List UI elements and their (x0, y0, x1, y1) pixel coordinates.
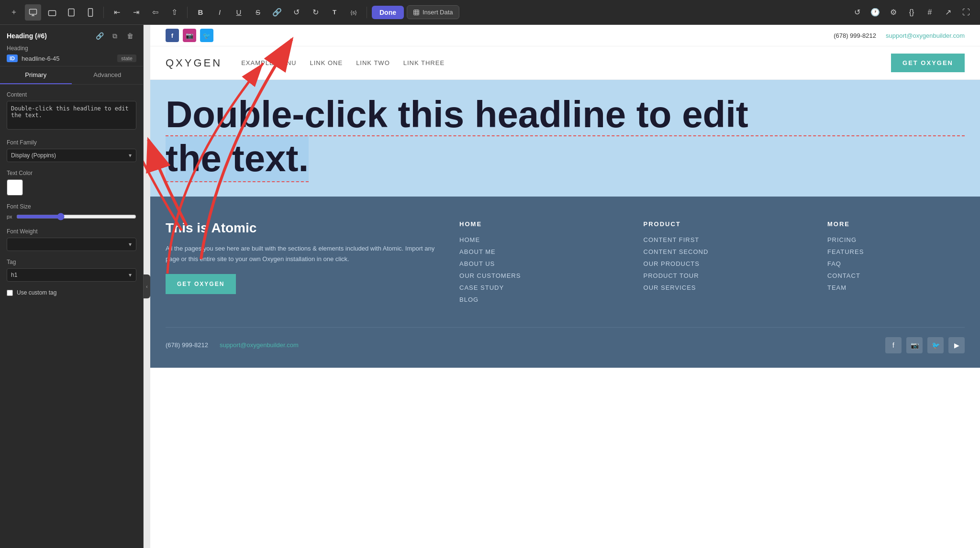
font-weight-group: Font Weight (7, 228, 136, 251)
text-color-label: Text Color (7, 170, 136, 176)
toolbar-right: ↺ 🕐 ⚙ {} # ↗ ⛶ (849, 4, 974, 21)
footer-link-blog[interactable]: BLOG (459, 296, 624, 303)
footer-col-home: HOME HOME ABOUT ME ABOUT US OUR CUSTOMER… (459, 220, 624, 308)
text-color-swatch[interactable] (7, 179, 23, 196)
footer-facebook-icon[interactable]: f (885, 337, 902, 353)
id-value: headline-6-45 (22, 55, 60, 62)
footer-col2-title: PRODUCT (644, 220, 808, 228)
code-view-button[interactable]: {} (903, 4, 920, 21)
nav-link-three[interactable]: LINK THREE (403, 59, 445, 66)
footer-top: This is Atomic All the pages you see her… (166, 220, 965, 308)
nav-link-one[interactable]: LINK ONE (310, 59, 343, 66)
footer-cta-button[interactable]: GET OXYGEN (166, 274, 236, 294)
content-textarea[interactable]: Double-click this headline to edit the t… (7, 101, 136, 130)
twitter-icon[interactable]: 🐦 (200, 29, 213, 42)
font-size-group: Font Size px (7, 203, 136, 220)
strikethrough-button[interactable]: S (250, 4, 266, 21)
italic-button[interactable]: I (212, 4, 228, 21)
left-panel: Heading (#6) 🔗 ⧉ 🗑 Heading ID headline-6… (0, 25, 144, 548)
align-justify-button[interactable]: ⇧ (166, 4, 182, 21)
export-button[interactable]: ↗ (940, 4, 956, 21)
settings-button[interactable]: ⚙ (885, 4, 902, 21)
tablet-landscape-button[interactable] (44, 4, 60, 21)
panel-title: Heading (#6) (7, 32, 47, 40)
footer-col-brand: This is Atomic All the pages you see her… (166, 220, 440, 308)
tab-advanced[interactable]: Advanced (72, 66, 144, 84)
copy-icon-btn[interactable]: ⧉ (109, 30, 121, 42)
done-button[interactable]: Done (372, 6, 404, 19)
svg-rect-4 (414, 10, 419, 15)
code-button[interactable]: {s} (345, 4, 362, 21)
align-right-button[interactable]: ⇦ (147, 4, 163, 21)
main-headline[interactable]: Double-click this headline to edit the t… (166, 94, 965, 182)
nav-cta-button[interactable]: GET OXYGEN (891, 54, 965, 72)
state-button[interactable]: state (117, 55, 136, 62)
insert-data-button[interactable]: Insert Data (407, 5, 459, 19)
footer-link-pricing[interactable]: PRICING (827, 236, 965, 243)
font-weight-select[interactable] (7, 238, 136, 251)
footer-youtube-icon[interactable]: ▶ (948, 337, 965, 353)
bold-button[interactable]: B (192, 4, 209, 21)
font-family-select[interactable]: Display (Poppins) (7, 149, 136, 162)
desktop-view-button[interactable] (25, 4, 41, 21)
footer-link-customers[interactable]: OUR CUSTOMERS (459, 272, 624, 279)
add-button[interactable]: ＋ (6, 4, 22, 21)
underline-button[interactable]: U (231, 4, 247, 21)
clock-button[interactable]: 🕐 (867, 4, 883, 21)
id-badge: ID (7, 55, 18, 62)
nav-link-example[interactable]: EXAMPLE MENU (241, 59, 296, 66)
footer-link-about-me[interactable]: ABOUT ME (459, 248, 624, 255)
collapse-handle[interactable]: ‹ (144, 274, 150, 298)
link-button[interactable]: 🔗 (269, 4, 285, 21)
footer-link-our-services[interactable]: OUR SERVICES (644, 284, 808, 291)
footer-social: f 📷 🐦 ▶ (885, 337, 965, 353)
toolbar: ＋ ⇤ ⇥ ⇦ ⇧ B I U S 🔗 ↺ ↻ T {s} Done Inser… (0, 0, 980, 25)
topbar-phone: (678) 999-8212 (834, 32, 876, 39)
site-topbar: f 📷 🐦 (678) 999-8212 support@oxygenbuild… (150, 25, 980, 46)
topbar-contact: (678) 999-8212 support@oxygenbuilder.com (834, 32, 965, 39)
font-size-slider[interactable] (16, 213, 136, 220)
link-icon-btn[interactable]: 🔗 (93, 30, 106, 42)
nav-link-two[interactable]: LINK TWO (356, 59, 390, 66)
canvas-area: ‹ f 📷 🐦 (678) 999-8212 support@oxygenbui… (144, 25, 980, 548)
font-size-label: Font Size (7, 203, 136, 210)
panel-content: Content Double-click this headline to ed… (0, 85, 143, 548)
align-left-button[interactable]: ⇤ (109, 4, 125, 21)
insert-data-label: Insert Data (423, 9, 453, 16)
footer-link-features[interactable]: FEATURES (827, 248, 965, 255)
delete-icon-btn[interactable]: 🗑 (124, 30, 136, 42)
align-center-button[interactable]: ⇥ (128, 4, 144, 21)
grid-button[interactable]: # (922, 4, 938, 21)
footer-link-our-products[interactable]: OUR PRODUCTS (644, 260, 808, 267)
footer-link-product-tour[interactable]: PRODUCT TOUR (644, 272, 808, 279)
site-logo: QXYGEN (166, 57, 222, 69)
site-nav: QXYGEN EXAMPLE MENU LINK ONE LINK TWO LI… (150, 46, 980, 80)
redo-button[interactable]: ↻ (307, 4, 323, 21)
footer-bottom-contact: (678) 999-8212 support@oxygenbuilder.com (166, 341, 299, 349)
footer-link-about-us[interactable]: ABOUT US (459, 260, 624, 267)
footer-link-faq[interactable]: FAQ (827, 260, 965, 267)
footer-twitter-icon[interactable]: 🐦 (927, 337, 944, 353)
footer-link-content-second[interactable]: CONTENT SECOND (644, 248, 808, 255)
expand-button[interactable]: ⛶ (958, 4, 974, 21)
history-button[interactable]: ↺ (849, 4, 865, 21)
footer-link-home[interactable]: HOME (459, 236, 624, 243)
mobile-button[interactable] (82, 4, 99, 21)
footer-link-content-first[interactable]: CONTENT FIRST (644, 236, 808, 243)
tab-primary[interactable]: Primary (0, 66, 72, 84)
tablet-portrait-button[interactable] (63, 4, 79, 21)
custom-tag-checkbox[interactable] (7, 290, 13, 296)
footer-instagram-icon[interactable]: 📷 (906, 337, 923, 353)
facebook-icon[interactable]: f (166, 29, 179, 42)
footer-col-more: MORE PRICING FEATURES FAQ CONTACT TEAM (827, 220, 965, 308)
website-preview: f 📷 🐦 (678) 999-8212 support@oxygenbuild… (150, 25, 980, 548)
undo-button[interactable]: ↺ (288, 4, 304, 21)
panel-title-icons: 🔗 ⧉ 🗑 (93, 30, 136, 42)
instagram-icon[interactable]: 📷 (183, 29, 196, 42)
footer-link-case-study[interactable]: CASE STUDY (459, 284, 624, 291)
footer-link-team[interactable]: TEAM (827, 284, 965, 291)
tag-select-wrapper: h1 (7, 268, 136, 282)
footer-link-contact[interactable]: CONTACT (827, 272, 965, 279)
typography-button[interactable]: T (326, 4, 343, 21)
tag-select[interactable]: h1 (7, 268, 136, 282)
